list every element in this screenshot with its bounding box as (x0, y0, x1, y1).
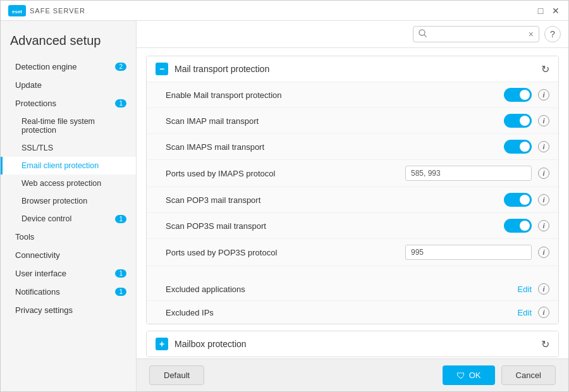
sidebar-label-connectivity: Connectivity (15, 250, 60, 260)
title-bar-controls: □ ✕ (535, 6, 561, 16)
main-container: Advanced setup Detection engine 2 Update… (1, 21, 568, 391)
expand-mail-transport-btn[interactable]: − (156, 63, 168, 75)
setting-row-enable-mail: Enable Mail transport protection i (147, 82, 558, 108)
setting-control-ports-imaps: i (405, 166, 549, 181)
badge-detection-engine: 2 (115, 63, 126, 71)
sidebar-label-tools: Tools (15, 232, 34, 242)
title-bar-left: eset SAFE SERVER (8, 5, 85, 16)
toggle-scan-pop3s[interactable] (504, 219, 532, 233)
badge-user-interface: 1 (115, 269, 126, 278)
info-ports-imaps[interactable]: i (538, 168, 549, 179)
section-header-mail-transport[interactable]: − Mail transport protection ↻ (147, 56, 558, 82)
sidebar-item-ssl-tls[interactable]: SSL/TLS (1, 139, 136, 157)
setting-row-scan-imaps: Scan IMAPS mail transport i (147, 134, 558, 160)
sidebar-item-email-client[interactable]: Email client protection (1, 157, 136, 175)
edit-excluded-apps[interactable]: Edit (518, 285, 532, 294)
setting-row-excluded-apps: Excluded applications Edit i (147, 278, 558, 301)
edit-excluded-ips[interactable]: Edit (518, 308, 532, 317)
info-scan-pop3[interactable]: i (538, 194, 549, 205)
info-excluded-ips[interactable]: i (538, 307, 549, 318)
search-input[interactable] (431, 30, 525, 39)
info-excluded-apps[interactable]: i (538, 283, 549, 295)
setting-row-scan-imap: Scan IMAP mail transport i (147, 108, 558, 134)
info-scan-imaps[interactable]: i (538, 141, 549, 152)
sidebar-label-web-access: Web access protection (21, 179, 101, 188)
badge-device-control: 1 (115, 215, 126, 223)
help-button[interactable]: ? (544, 26, 561, 42)
sidebar-item-detection-engine[interactable]: Detection engine 2 (1, 58, 136, 76)
setting-control-scan-pop3: i (504, 193, 549, 207)
toggle-enable-mail[interactable] (504, 88, 532, 102)
search-box: × (413, 26, 539, 42)
sidebar-item-privacy[interactable]: Privacy settings (1, 301, 136, 319)
setting-label-ports-pop3s: Ports used by POP3S protocol (166, 248, 405, 257)
sidebar-item-user-interface[interactable]: User interface 1 (1, 264, 136, 283)
sidebar-label-notifications: Notifications (15, 287, 60, 297)
section-title-mailbox: Mailbox protection (174, 339, 247, 349)
close-button[interactable]: ✕ (551, 6, 561, 16)
ok-button[interactable]: 🛡 OK (443, 365, 495, 385)
divider-row (147, 266, 558, 278)
badge-notifications: 1 (115, 288, 126, 296)
toggle-scan-imaps[interactable] (504, 140, 532, 154)
section-mail-transport: − Mail transport protection ↻ Enable Mai… (146, 56, 559, 324)
sidebar-label-real-time: Real-time file system protection (21, 117, 126, 135)
setting-label-scan-pop3s: Scan POP3S mail transport (166, 221, 504, 231)
toggle-scan-imap[interactable] (504, 114, 532, 128)
info-ports-pop3s[interactable]: i (538, 247, 549, 258)
reset-mail-transport-btn[interactable]: ↻ (541, 63, 549, 75)
setting-row-ports-imaps: Ports used by IMAPS protocol i (147, 160, 558, 187)
search-clear-icon[interactable]: × (529, 29, 534, 39)
expand-mailbox-btn[interactable]: + (156, 338, 168, 350)
footer: Default 🛡 OK Cancel (137, 358, 568, 391)
section-mailbox-protection: + Mailbox protection ↻ (146, 331, 559, 357)
sidebar-label-update: Update (15, 80, 42, 90)
sidebar-label-ssl-tls: SSL/TLS (21, 144, 53, 152)
setting-control-scan-pop3s: i (504, 219, 549, 233)
svg-text:eset: eset (12, 9, 22, 15)
setting-control-ports-pop3s: i (405, 245, 549, 260)
sidebar-item-update[interactable]: Update (1, 76, 136, 94)
sidebar-item-web-access[interactable]: Web access protection (1, 175, 136, 192)
info-enable-mail[interactable]: i (538, 89, 549, 101)
content-area: × ? − Mail transport protection ↻ Ena (137, 21, 568, 391)
input-ports-pop3s[interactable] (405, 245, 532, 260)
sidebar: Advanced setup Detection engine 2 Update… (1, 21, 137, 391)
sidebar-label-detection-engine: Detection engine (15, 62, 77, 71)
sidebar-item-device-control[interactable]: Device control 1 (1, 210, 136, 228)
svg-point-2 (419, 30, 425, 35)
setting-label-scan-imaps: Scan IMAPS mail transport (166, 142, 504, 152)
title-bar: eset SAFE SERVER □ ✕ (1, 1, 568, 21)
badge-protections: 1 (115, 99, 126, 107)
sidebar-label-protections: Protections (15, 99, 56, 108)
setting-label-scan-pop3: Scan POP3 mail transport (166, 195, 504, 205)
default-button[interactable]: Default (149, 365, 204, 385)
sidebar-item-browser[interactable]: Browser protection (1, 192, 136, 210)
info-scan-imap[interactable]: i (538, 115, 549, 126)
setting-row-scan-pop3s: Scan POP3S mail transport i (147, 213, 558, 239)
sidebar-label-browser: Browser protection (21, 197, 87, 205)
sidebar-item-protections[interactable]: Protections 1 (1, 94, 136, 113)
sidebar-item-tools[interactable]: Tools (1, 228, 136, 246)
sidebar-label-user-interface: User interface (15, 269, 66, 278)
info-scan-pop3s[interactable]: i (538, 220, 549, 231)
cancel-button[interactable]: Cancel (501, 365, 556, 385)
sidebar-item-connectivity[interactable]: Connectivity (1, 246, 136, 264)
section-header-left: − Mail transport protection (156, 63, 269, 75)
sidebar-label-email-client: Email client protection (21, 161, 99, 170)
reset-mailbox-btn[interactable]: ↻ (541, 338, 549, 350)
setting-label-enable-mail: Enable Mail transport protection (166, 90, 504, 100)
sidebar-label-privacy: Privacy settings (15, 305, 73, 315)
sidebar-item-notifications[interactable]: Notifications 1 (1, 283, 136, 301)
toggle-scan-pop3[interactable] (504, 193, 532, 207)
footer-right: 🛡 OK Cancel (443, 365, 556, 385)
setting-control-scan-imaps: i (504, 140, 549, 154)
settings-content: − Mail transport protection ↻ Enable Mai… (137, 48, 568, 358)
section-header-mailbox[interactable]: + Mailbox protection ↻ (147, 331, 558, 357)
app-name: SAFE SERVER (30, 7, 85, 15)
setting-label-scan-imap: Scan IMAP mail transport (166, 116, 504, 126)
section-title-mail-transport: Mail transport protection (174, 64, 269, 74)
minimize-button[interactable]: □ (535, 6, 546, 16)
sidebar-item-real-time[interactable]: Real-time file system protection (1, 113, 136, 139)
input-ports-imaps[interactable] (405, 166, 532, 181)
